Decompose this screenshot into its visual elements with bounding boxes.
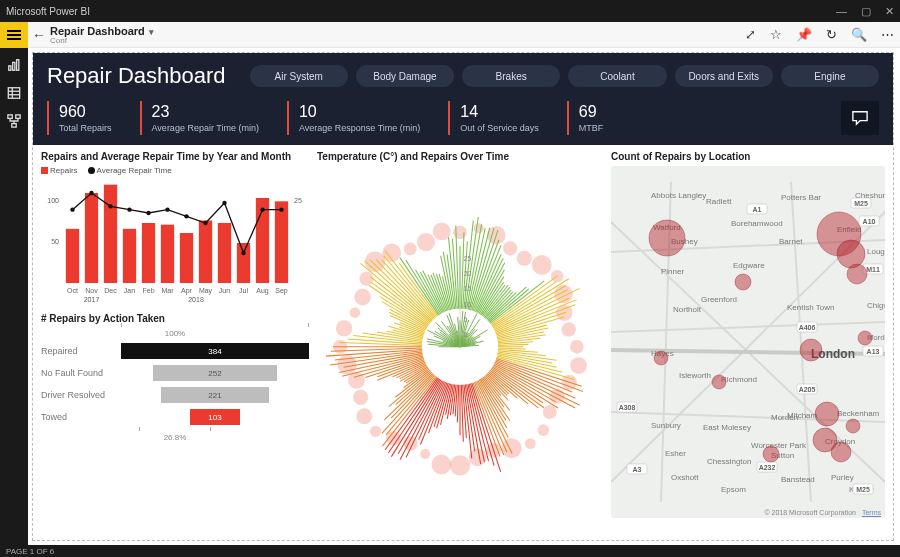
svg-point-389 bbox=[654, 351, 668, 365]
svg-point-393 bbox=[763, 446, 779, 462]
svg-text:Apr: Apr bbox=[181, 287, 193, 295]
dashboard-title: Repair Dashboard bbox=[47, 63, 226, 89]
funnel-title: # Repairs by Action Taken bbox=[41, 313, 309, 324]
svg-point-83 bbox=[350, 307, 361, 318]
refresh-icon[interactable]: ↻ bbox=[826, 27, 837, 42]
svg-point-77 bbox=[356, 408, 372, 424]
svg-point-387 bbox=[847, 264, 867, 284]
svg-point-32 bbox=[203, 221, 207, 225]
svg-point-55 bbox=[517, 251, 532, 266]
funnel-row[interactable]: Driver Resolved 221 bbox=[41, 384, 309, 406]
kpi-avg-repair-time[interactable]: 23Average Repair Time (min) bbox=[140, 101, 287, 135]
kpi-mtbf[interactable]: 69MTBF bbox=[567, 101, 632, 135]
svg-point-66 bbox=[538, 424, 550, 436]
window-close-icon[interactable]: ✕ bbox=[885, 5, 894, 18]
svg-point-65 bbox=[543, 405, 557, 419]
svg-text:Mitcham: Mitcham bbox=[787, 411, 818, 420]
svg-text:Sunbury: Sunbury bbox=[651, 421, 681, 430]
svg-rect-0 bbox=[9, 66, 11, 70]
svg-point-90 bbox=[433, 222, 451, 240]
svg-text:M11: M11 bbox=[866, 266, 880, 273]
map-card[interactable]: Count of Repairs by Location Abbots Lang… bbox=[611, 151, 885, 518]
map-terms-link[interactable]: Terms bbox=[862, 509, 881, 516]
svg-line-247 bbox=[365, 261, 432, 321]
kpi-out-of-service[interactable]: 14Out of Service days bbox=[448, 101, 567, 135]
window-minimize-icon[interactable]: — bbox=[836, 5, 847, 18]
back-button[interactable]: ← bbox=[28, 27, 50, 43]
svg-point-54 bbox=[503, 241, 517, 255]
favorite-icon[interactable]: ☆ bbox=[770, 27, 782, 42]
svg-text:Isleworth: Isleworth bbox=[679, 371, 711, 380]
svg-rect-16 bbox=[123, 229, 136, 283]
svg-point-62 bbox=[570, 357, 587, 374]
svg-text:A406: A406 bbox=[799, 324, 816, 331]
pill-doors-exits[interactable]: Doors and Exits bbox=[675, 65, 773, 87]
svg-point-82 bbox=[336, 320, 352, 336]
svg-point-27 bbox=[108, 204, 112, 208]
svg-text:A232: A232 bbox=[759, 464, 776, 471]
radial-chart-card[interactable]: Temperature (C°) and Repairs Over Time 0… bbox=[317, 151, 603, 518]
nav-model-icon[interactable] bbox=[5, 112, 23, 130]
nav-data-icon[interactable] bbox=[5, 84, 23, 102]
funnel-row[interactable]: No Fault Found 252 bbox=[41, 362, 309, 384]
svg-point-73 bbox=[420, 449, 430, 459]
svg-text:Mar: Mar bbox=[161, 287, 174, 294]
hamburger-button[interactable] bbox=[0, 22, 28, 48]
svg-text:Worcester Park: Worcester Park bbox=[751, 441, 807, 450]
pill-engine[interactable]: Engine bbox=[781, 65, 879, 87]
combo-chart-card[interactable]: Repairs and Average Repair Time by Year … bbox=[41, 151, 309, 307]
svg-text:Greenford: Greenford bbox=[701, 295, 737, 304]
svg-text:Chigwell: Chigwell bbox=[867, 301, 885, 310]
window-titlebar: Microsoft Power BI — ▢ ✕ bbox=[0, 0, 900, 22]
svg-rect-24 bbox=[275, 201, 288, 283]
svg-point-35 bbox=[260, 207, 264, 211]
svg-text:Barnet: Barnet bbox=[779, 237, 803, 246]
svg-line-319 bbox=[611, 322, 885, 332]
svg-text:Feb: Feb bbox=[142, 287, 154, 294]
combo-legend: Repairs Average Repair Time bbox=[41, 166, 309, 175]
svg-rect-2 bbox=[17, 60, 19, 71]
funnel-card[interactable]: # Repairs by Action Taken 100% Repaired … bbox=[41, 313, 309, 518]
svg-rect-15 bbox=[104, 185, 117, 283]
svg-point-72 bbox=[432, 455, 452, 475]
kpi-avg-response-time[interactable]: 10Average Response Time (min) bbox=[287, 101, 448, 135]
nav-report-icon[interactable] bbox=[5, 56, 23, 74]
pin-icon[interactable]: 📌 bbox=[796, 27, 812, 42]
svg-text:Kentish Town: Kentish Town bbox=[787, 303, 834, 312]
svg-rect-1 bbox=[13, 62, 15, 70]
search-icon[interactable]: 🔍 bbox=[851, 27, 867, 42]
pill-coolant[interactable]: Coolant bbox=[568, 65, 666, 87]
svg-line-135 bbox=[498, 344, 528, 345]
fullscreen-icon[interactable]: ⤢ bbox=[745, 27, 756, 42]
svg-point-88 bbox=[404, 243, 417, 256]
svg-text:25: 25 bbox=[464, 255, 472, 262]
more-icon[interactable]: ⋯ bbox=[881, 27, 894, 42]
svg-line-249 bbox=[376, 260, 434, 320]
pill-body-damage[interactable]: Body Damage bbox=[356, 65, 454, 87]
svg-text:Dec: Dec bbox=[104, 287, 117, 294]
pill-air-system[interactable]: Air System bbox=[250, 65, 348, 87]
page-title[interactable]: Repair Dashboard▾ bbox=[50, 26, 745, 37]
funnel-row[interactable]: Repaired 384 bbox=[41, 340, 309, 362]
svg-point-51 bbox=[453, 226, 467, 240]
comment-button[interactable] bbox=[841, 101, 879, 135]
kpi-total-repairs[interactable]: 960Total Repairs bbox=[47, 101, 140, 135]
svg-point-25 bbox=[70, 207, 74, 211]
svg-text:A13: A13 bbox=[867, 348, 880, 355]
svg-text:Jun: Jun bbox=[219, 287, 230, 294]
svg-text:East Molesey: East Molesey bbox=[703, 423, 751, 432]
svg-point-89 bbox=[417, 233, 435, 251]
window-maximize-icon[interactable]: ▢ bbox=[861, 5, 871, 18]
svg-rect-17 bbox=[142, 223, 155, 283]
page-subtitle: Conf bbox=[50, 37, 745, 45]
svg-text:A308: A308 bbox=[619, 404, 636, 411]
page-indicator: PAGE 1 OF 6 bbox=[6, 547, 54, 556]
pill-brakes[interactable]: Brakes bbox=[462, 65, 560, 87]
svg-point-30 bbox=[165, 207, 169, 211]
svg-rect-8 bbox=[16, 115, 20, 119]
svg-text:0: 0 bbox=[464, 331, 468, 338]
svg-text:100: 100 bbox=[47, 197, 59, 204]
svg-point-388 bbox=[735, 274, 751, 290]
svg-point-386 bbox=[837, 240, 865, 268]
funnel-row[interactable]: Towed 103 bbox=[41, 406, 309, 428]
